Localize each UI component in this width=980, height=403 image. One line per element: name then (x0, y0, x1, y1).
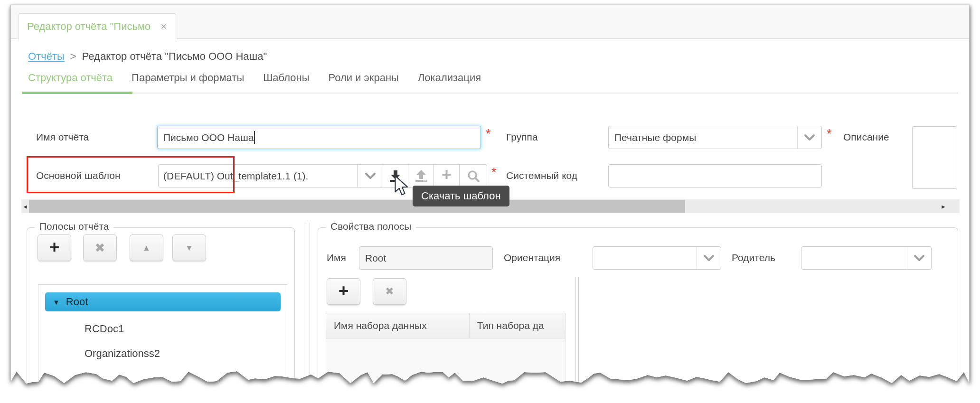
properties-splitter[interactable] (575, 277, 579, 388)
search-template-button[interactable] (459, 164, 487, 187)
plus-icon: + (339, 282, 349, 300)
group-required-marker: * (827, 128, 832, 141)
template-required-marker: * (491, 166, 497, 179)
remove-band-button[interactable]: ✖ (83, 234, 117, 261)
tree-item-rcdoc1[interactable]: RCDoc1 (85, 323, 124, 335)
window-shadow: Редактор отчёта "Письмо О... ✕ Отчёты > … (0, 0, 980, 403)
add-template-button[interactable]: + (433, 164, 460, 187)
tooltip-text: Скачать шаблон (421, 190, 501, 202)
add-dataset-button[interactable]: + (327, 278, 360, 305)
group-select[interactable]: Печатные формы (608, 126, 822, 149)
mouse-cursor-icon (394, 175, 410, 197)
chevron-down-icon[interactable] (797, 126, 821, 149)
orientation-value (593, 247, 697, 269)
add-band-button[interactable]: + (38, 234, 71, 261)
orientation-select[interactable] (593, 246, 721, 270)
report-name-label: Имя отчёта (36, 131, 89, 143)
tab-roles-screens[interactable]: Роли и экраны (329, 72, 399, 91)
system-code-label: Системный код (506, 170, 577, 181)
active-tab-underline (22, 92, 132, 94)
arrow-down-icon: ▼ (185, 244, 193, 252)
tree-expander-icon[interactable]: ▼ (53, 298, 60, 306)
datasets-table-header: Имя набора данных Тип набора да (326, 313, 565, 338)
band-name-value: Root (365, 253, 386, 264)
app-window: Редактор отчёта "Письмо О... ✕ Отчёты > … (10, 5, 970, 387)
upload-icon (414, 170, 428, 182)
search-icon (467, 169, 480, 183)
column-header-dataset-type[interactable]: Тип набора да (470, 313, 565, 338)
description-label: Описание (843, 131, 889, 143)
template-label: Основной шаблон (36, 170, 121, 181)
plus-icon: + (49, 238, 60, 256)
arrow-up-icon: ▲ (142, 244, 151, 252)
template-chevron-down-icon[interactable] (357, 164, 383, 187)
bands-panel: Полосы отчёта + ✖ ▲ ▼ ▼ Root RCDoc1 Orga… (27, 227, 295, 398)
editor-tabs: Структура отчёта Параметры и форматы Шаб… (28, 72, 481, 91)
chevron-down-icon[interactable] (697, 247, 721, 269)
text-caret (254, 131, 255, 144)
report-name-input[interactable]: Письмо ООО Наша (157, 126, 481, 149)
tab-parameters-formats[interactable]: Параметры и форматы (132, 72, 244, 91)
breadcrumb-separator: > (70, 50, 76, 63)
template-value: (DEFAULT) Out_template1.1 (1). (163, 170, 308, 182)
report-name-value: Письмо ООО Наша (163, 132, 254, 143)
close-icon[interactable]: ✕ (160, 22, 167, 32)
cross-icon: ✖ (95, 242, 105, 254)
band-name-input[interactable]: Root (359, 246, 493, 270)
group-label: Группа (506, 131, 538, 143)
tab-templates[interactable]: Шаблоны (263, 72, 309, 91)
band-properties-title: Свойства полосы (326, 221, 416, 232)
orientation-label: Ориентация (504, 252, 560, 263)
parent-label: Родитель (732, 252, 775, 263)
chevron-down-icon[interactable] (907, 247, 931, 269)
report-name-required-marker: * (486, 128, 491, 141)
tabs-divider (22, 93, 958, 94)
tab-report-structure[interactable]: Структура отчёта (28, 72, 113, 91)
template-value-field[interactable]: (DEFAULT) Out_template1.1 (1). (158, 164, 358, 187)
move-band-down-button[interactable]: ▼ (172, 234, 206, 261)
window-tab-title: Редактор отчёта "Письмо О... (27, 20, 154, 33)
scrollbar-thumb[interactable] (29, 200, 685, 213)
column-header-dataset-name[interactable]: Имя набора данных (326, 313, 470, 338)
bands-panel-title: Полосы отчёта (35, 221, 113, 232)
window-tab[interactable]: Редактор отчёта "Письмо О... ✕ (18, 13, 176, 39)
download-tooltip: Скачать шаблон (413, 186, 509, 206)
breadcrumb-link-reports[interactable]: Отчёты (28, 50, 65, 63)
scroll-right-icon[interactable]: ▸ (940, 202, 947, 211)
tree-item-root[interactable]: ▼ Root (45, 292, 281, 311)
cross-icon: ✖ (385, 286, 394, 297)
band-name-label: Имя (327, 252, 346, 263)
datasets-table-body[interactable] (326, 338, 565, 400)
group-select-value: Печатные формы (609, 126, 797, 149)
breadcrumb: Отчёты > Редактор отчёта "Письмо ООО Наш… (28, 50, 267, 63)
tree-item-label: Root (66, 296, 88, 308)
description-textarea[interactable] (912, 126, 957, 189)
parent-select[interactable] (801, 246, 932, 270)
breadcrumb-current: Редактор отчёта "Письмо ООО Наша" (82, 50, 267, 63)
remove-dataset-button[interactable]: ✖ (373, 278, 406, 305)
panel-splitter[interactable] (307, 223, 310, 388)
scroll-left-icon[interactable]: ◂ (21, 202, 29, 211)
plus-icon: + (442, 165, 452, 185)
upload-template-button[interactable] (408, 164, 434, 187)
tab-localization[interactable]: Локализация (418, 72, 481, 91)
bands-tree: ▼ Root RCDoc1 Organizationss2 (38, 284, 287, 399)
move-band-up-button[interactable]: ▲ (130, 234, 163, 261)
system-code-input[interactable] (608, 164, 822, 187)
parent-value (801, 247, 907, 269)
tree-item-organizationss2[interactable]: Organizationss2 (85, 347, 160, 360)
datasets-table: Имя набора данных Тип набора да (326, 313, 565, 400)
